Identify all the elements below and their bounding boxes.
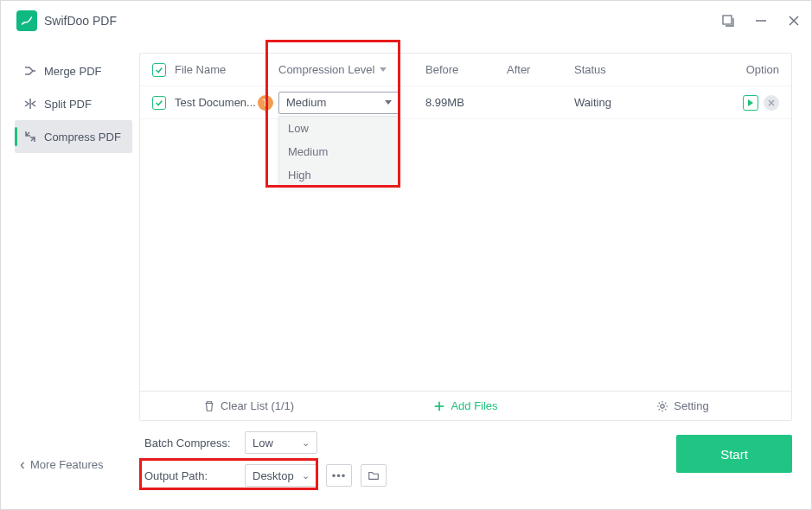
compress-icon bbox=[23, 130, 37, 143]
browse-folder-button[interactable] bbox=[361, 464, 387, 487]
file-badge: T bbox=[258, 95, 273, 111]
chevron-left-icon: ‹ bbox=[20, 456, 25, 472]
sidebar-item-label: Compress PDF bbox=[44, 131, 121, 143]
svg-rect-0 bbox=[723, 16, 732, 24]
sidebar-item-label: Merge PDF bbox=[44, 65, 101, 78]
more-options-button[interactable]: ••• bbox=[326, 464, 352, 487]
batch-compress-row: Batch Compress: Low ⌄ bbox=[144, 430, 387, 456]
compression-level-select[interactable]: Medium bbox=[278, 92, 400, 114]
ellipsis-icon: ••• bbox=[332, 469, 347, 482]
sidebar-item-merge[interactable]: Merge PDF bbox=[15, 54, 132, 87]
sidebar: Merge PDF Split PDF Compress PDF bbox=[1, 41, 139, 421]
title-bar: SwifDoo PDF bbox=[1, 1, 811, 41]
share-icon[interactable] bbox=[719, 12, 737, 29]
more-features-button[interactable]: ‹ More Features bbox=[20, 456, 144, 472]
table-row: Test Documen... T Medium Low Medium High… bbox=[140, 86, 791, 119]
col-level[interactable]: Compression Level bbox=[278, 63, 425, 76]
sidebar-item-compress[interactable]: Compress PDF bbox=[15, 120, 132, 153]
chevron-down-icon: ⌄ bbox=[302, 470, 310, 481]
select-all-checkbox[interactable] bbox=[152, 63, 166, 77]
split-icon bbox=[23, 97, 37, 111]
col-status: Status bbox=[574, 63, 719, 76]
before-cell: 8.99MB bbox=[425, 96, 507, 109]
batch-compress-select[interactable]: Low ⌄ bbox=[245, 431, 317, 454]
output-path-row: Output Path: Desktop ⌄ ••• bbox=[144, 462, 387, 488]
add-files-button[interactable]: Add Files bbox=[357, 399, 574, 412]
dropdown-option-low[interactable]: Low bbox=[279, 117, 399, 140]
col-option: Option bbox=[719, 63, 779, 76]
col-before: Before bbox=[425, 63, 507, 76]
remove-row-button[interactable] bbox=[764, 95, 779, 111]
dropdown-option-high[interactable]: High bbox=[279, 163, 399, 187]
folder-icon bbox=[368, 469, 380, 481]
dropdown-option-medium[interactable]: Medium bbox=[279, 140, 399, 163]
setting-button[interactable]: Setting bbox=[574, 399, 791, 412]
svg-point-8 bbox=[661, 404, 664, 407]
output-path-select[interactable]: Desktop ⌄ bbox=[245, 464, 317, 487]
col-filename: File Name bbox=[175, 63, 278, 76]
action-bar: Clear List (1/1) Add Files Setting bbox=[140, 391, 791, 420]
chevron-down-icon: ⌄ bbox=[302, 437, 310, 449]
sidebar-item-split[interactable]: Split PDF bbox=[15, 87, 132, 120]
close-button[interactable] bbox=[785, 12, 802, 29]
app-title: SwifDoo PDF bbox=[44, 14, 117, 28]
sidebar-item-label: Split PDF bbox=[44, 98, 92, 111]
filename-cell: Test Documen... T bbox=[175, 95, 278, 111]
start-button[interactable]: Start bbox=[676, 435, 792, 473]
table-header: File Name Compression Level Before After… bbox=[140, 54, 791, 86]
compression-dropdown: Low Medium High bbox=[278, 116, 400, 188]
chevron-down-icon bbox=[385, 100, 392, 105]
row-checkbox[interactable] bbox=[152, 96, 166, 110]
col-after: After bbox=[507, 63, 574, 76]
chevron-down-icon bbox=[380, 67, 387, 72]
status-cell: Waiting bbox=[574, 96, 719, 109]
start-row-button[interactable] bbox=[743, 95, 758, 111]
minimize-button[interactable] bbox=[752, 12, 770, 29]
merge-icon bbox=[23, 64, 37, 78]
clear-list-button[interactable]: Clear List (1/1) bbox=[140, 399, 357, 412]
app-logo bbox=[16, 10, 37, 31]
